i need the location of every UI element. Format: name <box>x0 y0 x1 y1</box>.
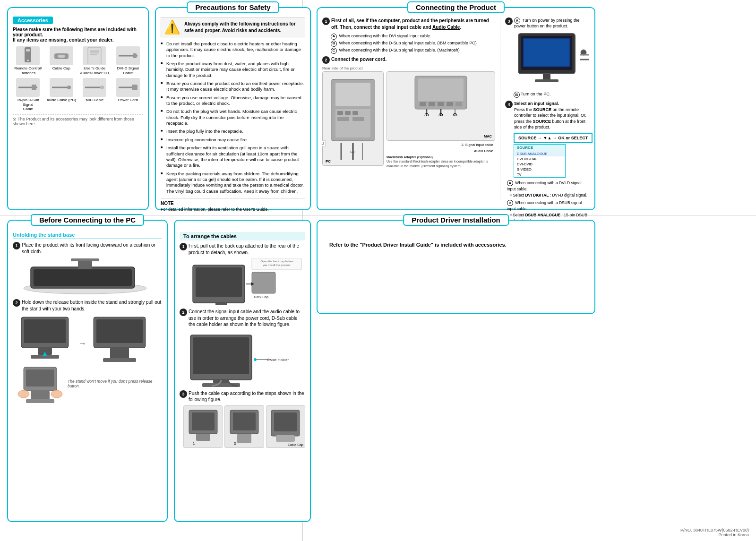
step2-text: Connect the power cord. <box>331 56 387 63</box>
source-menu-dvi: DVI DIGITAL <box>514 156 565 162</box>
note-section: NOTE For detailed information, please re… <box>161 198 305 212</box>
svg-rect-39 <box>438 102 444 106</box>
connecting-step3b: B Turn on the PC. <box>514 92 590 98</box>
arrange-step2: 2 Connect the signal input cable and the… <box>180 309 305 328</box>
step4-number: 4 <box>505 101 513 108</box>
signal-input-label: 2. Signal input cable <box>387 143 493 147</box>
svg-rect-55 <box>543 74 550 79</box>
accessories-row2: 15-pin D-Sub SignalCable Audio Cable (PC… <box>13 78 143 112</box>
svg-text:C: C <box>454 114 456 116</box>
warning-icon: ⚠️ <box>164 21 180 34</box>
accessory-label-cable-cap: Cable Cap <box>52 66 70 71</box>
source-box-area: SOURCE → ▼▲ → OK or SELECT SOURCE DSUB A… <box>514 133 590 178</box>
unfold-step2-imgs: → <box>17 315 162 363</box>
svg-rect-16 <box>32 85 36 90</box>
svg-rect-36 <box>418 78 464 101</box>
svg-text:you install the product.: you install the product. <box>263 264 291 266</box>
precaution-item-3: Ensure you connect the product cord to a… <box>161 81 305 93</box>
source-menu-svideo: S-VIDEO <box>514 167 565 172</box>
svg-text:A: A <box>426 114 428 116</box>
unfold-title: Unfolding the stand base <box>13 232 162 239</box>
svg-rect-99 <box>196 434 210 441</box>
connecting-step2: 2 Connect the power cord. <box>322 56 495 64</box>
monitor-image-area <box>514 31 590 89</box>
accessory-label-audio: Audio Cable (PC) <box>47 98 76 103</box>
accessory-mic-img <box>83 78 106 97</box>
hands-stand-svg <box>17 315 73 362</box>
precaution-item-7: Insecure plug connection may cause fire. <box>161 137 305 143</box>
push-svg2: 2 <box>225 408 263 446</box>
svg-text:2: 2 <box>234 441 236 446</box>
accessory-cable-cap-img <box>50 46 73 65</box>
precautions-title: Precautions for Safety <box>187 1 279 13</box>
svg-rect-76 <box>31 391 50 400</box>
accessory-label-mic: MIC Cable <box>86 98 103 103</box>
svg-rect-24 <box>335 83 370 106</box>
accessory-remote: Remote Control/Batteries <box>13 46 43 75</box>
svg-rect-30 <box>352 117 364 121</box>
unfold-bottom-img <box>17 365 64 406</box>
note-title: NOTE <box>161 201 305 206</box>
stand-note: The stand won't move if you don't press … <box>68 379 162 388</box>
svg-rect-41 <box>455 102 462 106</box>
footer-printed: Printed in Korea <box>680 532 749 537</box>
arrange-step3-text: Push the cable cap according to the step… <box>189 390 305 403</box>
svg-text:Open the back cap before: Open the back cap before <box>260 260 293 263</box>
step1-sub: A When connecting with the DVI signal in… <box>331 33 495 54</box>
arrange-step1: 1 First, pull out the back cap attached … <box>180 243 305 256</box>
connecting-step3: 3 A Turn on power by pressing the power … <box>505 17 590 28</box>
svg-rect-107 <box>276 435 295 442</box>
accessory-dsub: 15-pin D-Sub SignalCable <box>13 78 43 112</box>
unfold-step1-img <box>17 258 162 296</box>
svg-rect-102 <box>233 412 256 430</box>
arrange-step1-text: First, pull out the back cap attached to… <box>189 243 305 256</box>
unfold-bottom: The stand won't move if you don't press … <box>17 365 162 406</box>
connecting-right-col: 3 A Turn on power by pressing the power … <box>500 17 590 199</box>
accessories-note: Please make sure the following items are… <box>13 27 143 43</box>
accessory-dvi-img <box>116 46 140 65</box>
step4b-alpha: B <box>507 200 513 206</box>
unfold-step2-text: Hold down the release button inside the … <box>22 299 162 312</box>
accessory-user-guide-img <box>83 46 106 65</box>
final-stand-svg <box>17 365 64 405</box>
svg-rect-26 <box>337 111 343 115</box>
svg-text:Back Cap: Back Cap <box>254 295 268 299</box>
step3a-alpha: A <box>514 17 520 24</box>
monitor-flat-svg <box>17 258 154 295</box>
unfold-step1: 1 Place the product with its front facin… <box>13 242 162 255</box>
svg-rect-54 <box>524 39 569 66</box>
source-menu-dsub: DSUB ANALOGUE <box>514 151 565 156</box>
svg-text:B: B <box>440 114 442 116</box>
svg-rect-40 <box>447 102 453 106</box>
accessory-cable-cap: Cable Cap <box>46 46 77 75</box>
svg-point-18 <box>67 86 71 89</box>
back-cap-svg: Back Cap Open the back cap before you in… <box>183 258 304 305</box>
cable-cap-label: Cable Cap <box>288 443 303 447</box>
svg-text:EXT: EXT <box>350 150 356 153</box>
arrange-step3-num: 3 <box>180 390 187 398</box>
unfold-step2-img2 <box>91 315 148 363</box>
pc-diagram-box: PC <box>322 71 384 166</box>
accessory-label-dsub: 15-pin D-Sub SignalCable <box>13 98 43 112</box>
svg-rect-64 <box>71 258 99 261</box>
svg-rect-22 <box>132 85 137 90</box>
unfold-step2: 2 Hold down the release button inside th… <box>13 299 162 312</box>
precaution-list: Do not install the product close to elec… <box>161 41 305 194</box>
arrange-cables-section: To arrange the cables 1 First, pull out … <box>174 220 311 522</box>
precaution-item-1: Do not install the product close to elec… <box>161 41 305 59</box>
pc-label: PC <box>326 159 331 163</box>
svg-rect-9 <box>88 47 101 64</box>
accessory-power: Power Cord <box>113 78 144 112</box>
unfold-step2-img1 <box>17 315 73 363</box>
push-img3: Cable Cap <box>266 405 305 448</box>
svg-rect-98 <box>192 412 215 430</box>
accessories-badge: Accessories <box>13 17 53 24</box>
push-img1: 1 <box>183 405 223 448</box>
source-box: SOURCE → ▼▲ → OK or SELECT <box>514 133 593 143</box>
svg-rect-75 <box>26 369 54 386</box>
arrow-icon: → <box>78 339 86 349</box>
svg-rect-37 <box>420 102 426 106</box>
precaution-item-4: Ensure you use correct voltage. Otherwis… <box>161 95 305 107</box>
footer: P/NO. 3840TRL075W(0502-REV00) Printed in… <box>680 528 749 537</box>
accessory-user-guide: User's Guide/Cards/Driver CD <box>79 46 110 75</box>
